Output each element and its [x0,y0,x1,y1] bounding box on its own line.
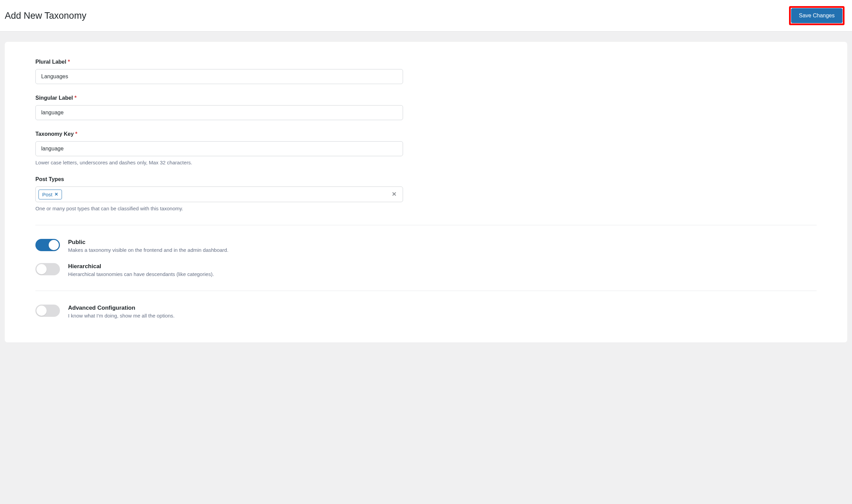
plural-label-input[interactable] [35,69,403,84]
required-marker: * [75,131,77,137]
taxonomy-key-label: Taxonomy Key * [35,131,403,137]
form-panel: Plural Label * Singular Label * Taxonomy… [5,42,847,342]
hierarchical-toggle-text: Hierarchical Hierarchical taxonomies can… [68,263,214,277]
singular-label-text: Singular Label [35,95,73,101]
post-types-tags: Post [38,190,62,199]
required-marker: * [68,59,70,65]
hierarchical-toggle[interactable] [35,263,60,275]
advanced-toggle-label: Advanced Configuration [68,305,175,311]
advanced-toggle[interactable] [35,305,60,317]
post-types-label: Post Types [35,176,403,182]
hierarchical-toggle-desc: Hierarchical taxonomies can have descend… [68,271,214,277]
field-singular-label: Singular Label * [35,95,403,120]
taxonomy-key-help: Lower case letters, underscores and dash… [35,160,403,165]
field-post-types: Post Types Post One or many post types t… [35,176,403,211]
singular-label-input[interactable] [35,105,403,120]
section-divider [35,225,817,225]
save-button-highlight: Save Changes [789,6,845,25]
public-toggle[interactable] [35,239,60,251]
toggle-row-public: Public Makes a taxonomy visible on the f… [35,239,817,253]
public-toggle-text: Public Makes a taxonomy visible on the f… [68,239,228,253]
toggle-row-hierarchical: Hierarchical Hierarchical taxonomies can… [35,263,817,277]
public-toggle-desc: Makes a taxonomy visible on the frontend… [68,247,228,253]
required-marker: * [75,95,77,101]
page-title: Add New Taxonomy [5,11,86,21]
public-toggle-label: Public [68,239,228,246]
toggle-knob [36,306,47,316]
save-button[interactable]: Save Changes [791,8,842,23]
advanced-toggle-desc: I know what I'm doing, show me all the o… [68,313,175,319]
advanced-toggle-text: Advanced Configuration I know what I'm d… [68,305,175,319]
remove-tag-icon[interactable] [54,192,58,197]
post-types-input[interactable]: Post [35,186,403,202]
post-types-help: One or many post types that can be class… [35,206,403,211]
taxonomy-key-label-text: Taxonomy Key [35,131,74,137]
post-type-tag[interactable]: Post [38,190,62,199]
singular-label-label: Singular Label * [35,95,403,101]
field-taxonomy-key: Taxonomy Key * Lower case letters, under… [35,131,403,165]
toggle-knob [49,240,59,250]
toggle-knob [36,264,47,274]
page-header: Add New Taxonomy Save Changes [0,0,852,32]
toggle-row-advanced: Advanced Configuration I know what I'm d… [35,305,817,319]
field-plural-label: Plural Label * [35,59,403,84]
plural-label-label: Plural Label * [35,59,403,65]
hierarchical-toggle-label: Hierarchical [68,263,214,270]
taxonomy-key-input[interactable] [35,141,403,156]
clear-all-icon[interactable] [388,191,400,198]
section-divider [35,291,817,291]
post-type-tag-label: Post [42,192,52,197]
plural-label-text: Plural Label [35,59,66,65]
